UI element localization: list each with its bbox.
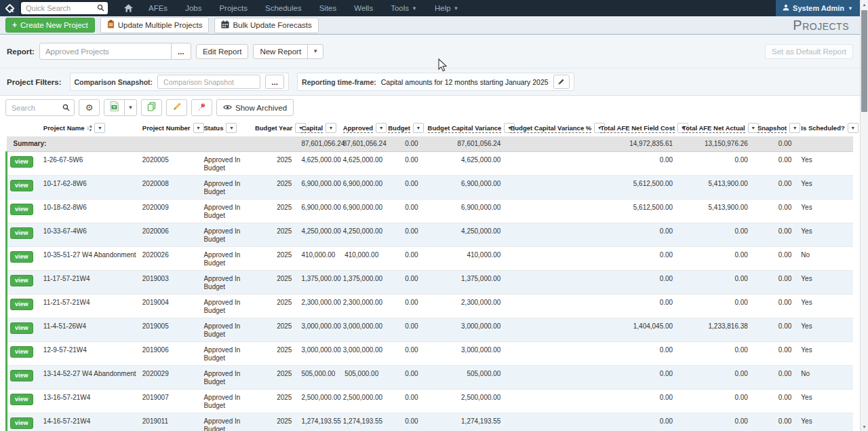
chevron-down-icon: ▼: [313, 47, 318, 56]
column-menu-button[interactable]: ▼: [94, 123, 105, 133]
table-row: view11-4-51-26W42019005Approved In Budge…: [7, 318, 854, 341]
column-menu-button[interactable]: ▼: [789, 123, 800, 133]
search-icon[interactable]: [62, 102, 70, 114]
nav-item-projects[interactable]: Projects: [210, 4, 256, 12]
column-menu-button[interactable]: ▼: [226, 123, 237, 133]
column-label[interactable]: Budget Capital Variance %: [510, 124, 591, 133]
column-label[interactable]: Budget: [388, 124, 410, 133]
column-label[interactable]: Budget Year: [255, 124, 292, 132]
column-label[interactable]: Total AFE Net Actual: [682, 124, 745, 133]
column-menu-button[interactable]: ▼: [413, 123, 424, 133]
column-menu-button[interactable]: ▼: [326, 123, 336, 133]
user-menu[interactable]: System Admin ▼: [776, 0, 860, 16]
quick-search[interactable]: [21, 2, 108, 14]
scrollbar-up-icon[interactable]: ▲: [861, 0, 868, 9]
view-button[interactable]: view: [10, 275, 33, 286]
column-label[interactable]: Is Scheduled?: [801, 124, 844, 132]
column-label[interactable]: Capital: [301, 124, 323, 133]
update-multiple-projects-button[interactable]: Update Multiple Projects: [100, 17, 210, 33]
cell-budget: 0.00: [384, 223, 423, 246]
table-row: view10-35-51-27 W4 Abandonment2020026App…: [7, 246, 854, 270]
app-logo-icon[interactable]: [0, 0, 19, 16]
view-button[interactable]: view: [10, 156, 33, 168]
nav-item-jobs[interactable]: Jobs: [176, 4, 210, 12]
cell-name: 13-14-52-27 W4 Abandonment: [39, 365, 138, 389]
column-menu-button[interactable]: ▼: [848, 123, 859, 133]
nav-item-sites[interactable]: Sites: [311, 4, 346, 12]
cell-name: 14-16-57-21W4: [39, 413, 138, 431]
column-menu-button[interactable]: ▼: [193, 123, 204, 133]
view-button[interactable]: view: [10, 394, 33, 405]
column-menu-button[interactable]: ▼: [376, 123, 387, 133]
cell-number: 2019007: [138, 389, 200, 413]
column-label[interactable]: Total AFE Net Field Cost: [600, 124, 675, 133]
comparison-snapshot-more-button[interactable]: ...: [265, 75, 284, 89]
cell-snapshot: 0.00: [753, 270, 797, 294]
view-button[interactable]: view: [10, 180, 33, 191]
scrollbar-down-icon[interactable]: ▼: [861, 422, 868, 431]
column-label[interactable]: Approved: [343, 124, 373, 133]
cell-afe_actual: 5,413,900.00: [678, 175, 753, 199]
cell-capital: 3,000,000.00: [297, 341, 338, 365]
export-excel-button[interactable]: [104, 99, 125, 116]
set-default-report-button[interactable]: Set as Default Report: [765, 44, 853, 59]
edit-button[interactable]: [166, 99, 187, 116]
calendar-icon: [221, 20, 229, 31]
scrollbar-thumb[interactable]: [861, 10, 867, 112]
quick-search-input[interactable]: [24, 3, 97, 13]
report-more-button[interactable]: ...: [171, 43, 191, 60]
nav-item-wells[interactable]: Wells: [345, 4, 382, 12]
summary-cell-number: [138, 136, 200, 151]
create-new-project-button[interactable]: + Create New Project: [5, 18, 95, 33]
table-search[interactable]: [5, 99, 75, 116]
column-label[interactable]: Status: [203, 124, 223, 132]
table-search-input[interactable]: [10, 103, 62, 113]
user-icon: [783, 4, 789, 12]
chevron-down-icon: ▼: [848, 5, 853, 12]
view-button[interactable]: view: [10, 251, 33, 263]
copy-button[interactable]: [141, 99, 162, 116]
cell-name: 11-17-57-21W4: [39, 270, 138, 294]
column-label[interactable]: Project Number: [142, 124, 191, 132]
view-button[interactable]: view: [10, 204, 33, 215]
edit-timeframe-button[interactable]: [553, 75, 570, 89]
show-archived-button[interactable]: Show Archived: [216, 99, 294, 116]
cell-bcv_pct: [506, 270, 596, 294]
new-report-caret-button[interactable]: ▼: [307, 44, 323, 59]
vertical-scrollbar[interactable]: ▲ ▼: [860, 0, 868, 431]
search-icon[interactable]: [97, 2, 104, 14]
view-button[interactable]: view: [10, 322, 33, 334]
cell-name: 10-35-51-27 W4 Abandonment: [39, 246, 138, 270]
bulk-update-forecasts-button[interactable]: Bulk Update Forecasts: [214, 18, 318, 33]
view-button[interactable]: view: [10, 370, 33, 381]
settings-button[interactable]: ⚙: [79, 99, 100, 116]
column-label[interactable]: Project Name: [43, 124, 85, 132]
cell-bcv: 410,000.00: [424, 246, 507, 270]
cell-scheduled: No: [797, 246, 853, 270]
view-button[interactable]: view: [10, 227, 33, 239]
cell-bcv_pct: [506, 246, 596, 270]
edit-report-button[interactable]: Edit Report: [196, 44, 249, 59]
new-report-button[interactable]: New Report: [253, 44, 308, 59]
home-icon[interactable]: [117, 4, 140, 12]
sort-az-icon[interactable]: ↓az: [87, 125, 92, 132]
view-button[interactable]: view: [10, 299, 33, 310]
cell-afe_field: 1,404,045.00: [596, 318, 678, 341]
report-filters-panel: Report: ... Edit Report New Report ▼ Set…: [0, 35, 860, 96]
cell-afe_actual: 0.00: [678, 270, 753, 294]
column-label[interactable]: Snapshot: [757, 124, 787, 133]
plus-icon: +: [12, 22, 17, 29]
view-button[interactable]: view: [10, 346, 33, 358]
nav-item-help[interactable]: Help▼: [426, 4, 468, 12]
nav-item-afes[interactable]: AFEs: [140, 4, 176, 12]
copy-icon: [147, 102, 156, 114]
cell-afe_field: 0.00: [596, 223, 678, 246]
report-input[interactable]: [39, 43, 172, 60]
export-options-caret-button[interactable]: ▼: [124, 99, 137, 116]
pin-button[interactable]: [191, 99, 212, 116]
nav-item-tools[interactable]: Tools▼: [382, 4, 426, 12]
comparison-snapshot-input[interactable]: [157, 75, 260, 89]
view-button[interactable]: view: [10, 417, 33, 429]
column-label[interactable]: Budget Capital Variance: [428, 124, 502, 133]
nav-item-schedules[interactable]: Schedules: [256, 4, 311, 12]
